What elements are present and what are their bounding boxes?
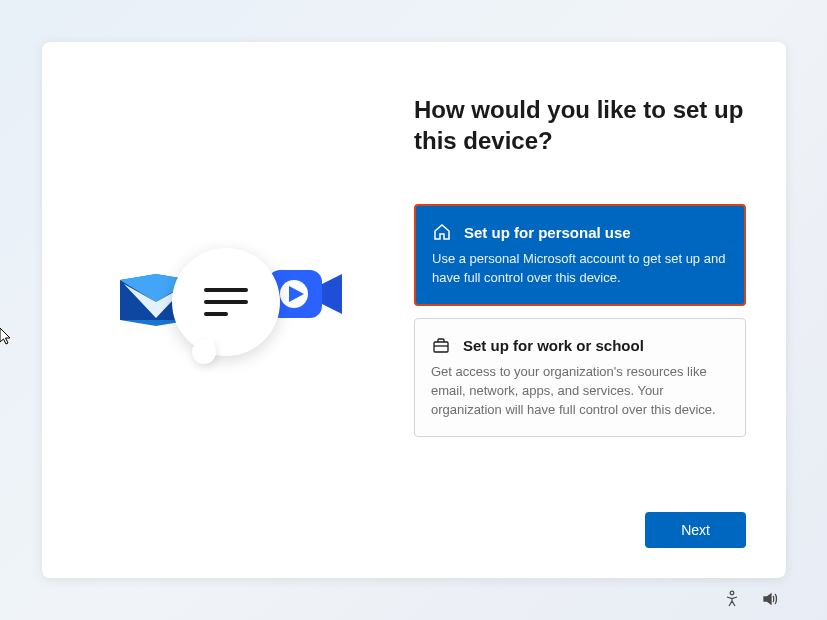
option-description: Use a personal Microsoft account to get …: [432, 250, 728, 288]
system-tray: [723, 590, 779, 608]
illustration-panel: [42, 42, 414, 578]
briefcase-icon: [431, 335, 451, 355]
setup-illustration: [108, 230, 348, 390]
option-personal-use[interactable]: Set up for personal use Use a personal M…: [414, 204, 746, 306]
home-icon: [432, 222, 452, 242]
content-panel: How would you like to set up this device…: [414, 42, 786, 578]
volume-icon[interactable]: [761, 590, 779, 608]
page-title: How would you like to set up this device…: [414, 94, 746, 156]
setup-dialog: How would you like to set up this device…: [42, 42, 786, 578]
option-description: Get access to your organization's resour…: [431, 363, 729, 420]
next-button[interactable]: Next: [645, 512, 746, 548]
option-work-school[interactable]: Set up for work or school Get access to …: [414, 318, 746, 437]
accessibility-icon[interactable]: [723, 590, 741, 608]
option-title: Set up for work or school: [463, 337, 644, 354]
svg-point-4: [730, 591, 734, 595]
svg-rect-2: [434, 342, 448, 352]
option-title: Set up for personal use: [464, 224, 631, 241]
mouse-cursor: [0, 328, 14, 350]
chat-bubble-icon: [172, 248, 280, 356]
dialog-footer: Next: [414, 512, 746, 548]
